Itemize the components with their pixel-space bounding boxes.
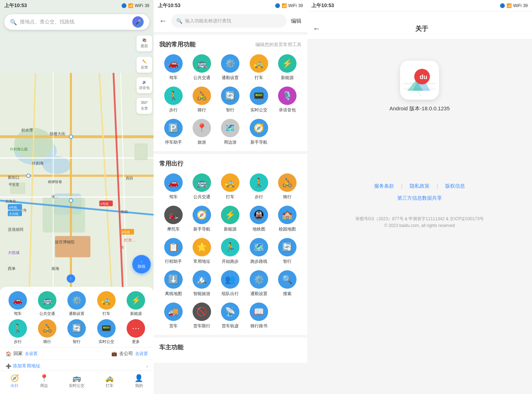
route-icon: ↑ — [140, 260, 143, 264]
realtime-bus-feature-label: 实时公交 — [250, 107, 267, 113]
ct-fav[interactable]: ⭐ 常用地址 — [188, 238, 216, 265]
feature-parking[interactable]: 🅿️ 停车助手 — [159, 119, 188, 145]
ct-bike[interactable]: 🚴 骑行 — [273, 173, 301, 200]
ct-smart[interactable]: 🔄 智行 — [273, 238, 301, 265]
feature-bike[interactable]: 🚴 骑行 — [188, 87, 216, 113]
feature-drive[interactable]: 🚗 驾车 — [159, 54, 188, 81]
search-icon-menu: 🔍 — [176, 18, 182, 24]
ct-ev[interactable]: ⚡ 新能源 — [216, 206, 244, 232]
smart-icon-circle: 🔄 — [67, 319, 86, 338]
ct-group[interactable]: 👥 组队出行 — [216, 270, 244, 297]
svg-text:东四: 东四 — [121, 210, 128, 214]
route-button[interactable]: ↑ 路线 — [132, 255, 151, 273]
svg-text:故宫博物院: 故宫博物院 — [55, 240, 74, 244]
trip-nav-label: 出行 — [11, 383, 18, 388]
common-travel-header: 常用出行 — [159, 160, 301, 168]
ct-beginner[interactable]: 🧭 新手导航 — [188, 206, 216, 232]
ct-drive[interactable]: 🚗 驾车 — [159, 173, 188, 200]
ct-truck-track[interactable]: 📡 货车轨迹 — [216, 303, 244, 329]
about-back-button[interactable]: ← — [313, 24, 321, 33]
car-owner-title: 车主功能 — [159, 343, 183, 351]
service-terms-link[interactable]: 服务条款 — [374, 183, 394, 189]
third-party-link[interactable]: 第三方信息数据共享 — [397, 195, 442, 201]
map-smart-item[interactable]: 🔄 智行 — [67, 319, 86, 344]
transit-feature-label: 公共交通 — [193, 75, 210, 81]
feature-commute[interactable]: ⚙️ 通勤设置 — [216, 54, 244, 81]
map-layers-button[interactable]: 📚 图层 — [137, 35, 152, 51]
ct-truck[interactable]: 🚚 货车 — [159, 303, 188, 329]
ct-ev-label: 新能源 — [224, 226, 237, 232]
ct-walk-icon: 🚶 — [250, 173, 268, 192]
ct-transit[interactable]: 🚌 公共交通 — [188, 173, 216, 200]
home-set-button[interactable]: 去设置 — [25, 351, 38, 357]
parking-feature-label: 停车助手 — [165, 139, 182, 145]
map-bottom-panel: 🚗 驾车 🚌 公共交通 ⚙️ 通勤设置 🚕 打车 ⚡ 新能源 � — [0, 287, 154, 394]
map-drive-item[interactable]: 🚗 驾车 — [9, 291, 27, 316]
ev-feature-icon: ⚡ — [278, 54, 297, 73]
nav-realtime-bus[interactable]: 🚌 实时公交 — [69, 374, 84, 388]
ct-walk[interactable]: 🚶 步行 — [245, 173, 273, 200]
ct-moto[interactable]: 🏍️ 摩托车 — [159, 206, 188, 232]
edit-button[interactable]: 编辑 — [291, 18, 301, 24]
feature-taxi[interactable]: 🚕 打车 — [245, 54, 273, 81]
voice-search-button[interactable]: 🎤 — [132, 16, 144, 28]
ct-runroute[interactable]: 🗺️ 跑步路线 — [245, 238, 273, 265]
ct-beginner-label: 新手导航 — [193, 226, 210, 232]
nav-taxi[interactable]: 🚕 打车 — [105, 374, 114, 388]
ct-runroute-label: 跑步路线 — [250, 259, 267, 265]
map-360-button[interactable]: 360° 全景 — [137, 98, 152, 114]
ct-offline[interactable]: ⬇️ 离线地图 — [159, 270, 188, 297]
nav-trip[interactable]: 🧭 出行 — [10, 374, 19, 388]
ct-campus[interactable]: 🏫 校园地图 — [273, 206, 301, 232]
ct-search[interactable]: 🔍 搜索 — [273, 270, 301, 297]
smart-feature-icon: 🔄 — [221, 87, 239, 105]
map-audio-button[interactable]: 🔊 语音包 — [137, 77, 152, 93]
ct-commute[interactable]: ⚙️ 通勤设置 — [245, 270, 273, 297]
feature-ev[interactable]: ⚡ 新能源 — [273, 54, 301, 81]
ct-truck-limit[interactable]: 🚫 货车限行 — [188, 303, 216, 329]
about-header: ← 关于 — [307, 11, 532, 39]
ct-ev-icon: ⚡ — [221, 206, 239, 224]
nav-mine[interactable]: 👤 我的 — [134, 374, 143, 388]
menu-back-button[interactable]: ← — [159, 16, 167, 26]
copyright-link[interactable]: 版权信息 — [445, 183, 465, 189]
beginner-nav-feature-label: 新手导航 — [250, 139, 267, 145]
feature-tourism[interactable]: 📍 旅游 — [188, 119, 216, 145]
nearby-tour-feature-icon: 🗺️ — [221, 119, 239, 137]
ct-metro[interactable]: 🚇 地铁图 — [245, 206, 273, 232]
map-walk-item[interactable]: 🚶 步行 — [9, 319, 27, 344]
feature-nearby-tour[interactable]: 🗺️ 周边游 — [216, 119, 244, 145]
ct-campus-label: 校园地图 — [279, 226, 296, 232]
menu-search-bar[interactable]: 🔍 输入功能名称进行查找 — [171, 14, 287, 28]
ct-trip[interactable]: 📋 行程助手 — [159, 238, 188, 265]
ct-taxi[interactable]: 🚕 打车 — [216, 173, 244, 200]
ct-ai-tour[interactable]: 🏔️ 智能旅游 — [188, 270, 216, 297]
nav-nearby[interactable]: 📍 周边 — [40, 374, 49, 388]
commute-icon-circle: ⚙️ — [67, 291, 86, 310]
feature-beginner-nav[interactable]: 🧭 新手导航 — [245, 119, 273, 145]
map-ev-item[interactable]: ⚡ 新能源 — [127, 291, 145, 316]
home-item[interactable]: 🏠 回家 去设置 — [6, 350, 38, 357]
drive-feature-label: 驾车 — [169, 75, 178, 81]
map-more-item[interactable]: ⋯ 更多 — [127, 319, 145, 344]
map-commute-item[interactable]: ⚙️ 通勤设置 — [67, 291, 86, 316]
work-item[interactable]: 💼 去公司 去设置 — [111, 350, 148, 357]
map-feedback-button[interactable]: ✏️ 反馈 — [137, 57, 152, 73]
ct-cycle-book[interactable]: 📖 骑行路书 — [245, 303, 273, 329]
feature-realtime-bus[interactable]: 📟 实时公交 — [245, 87, 273, 113]
privacy-policy-link[interactable]: 隐私政策 — [410, 183, 430, 189]
map-realtime-bus-item[interactable]: 📟 实时公交 — [97, 319, 116, 344]
feature-voice[interactable]: 🎙️ 录语音包 — [273, 87, 301, 113]
feature-transit[interactable]: 🚌 公共交通 — [188, 54, 216, 81]
ct-run[interactable]: 🏃 开始跑步 — [216, 238, 244, 265]
map-bike-item[interactable]: 🚴 骑行 — [38, 319, 56, 344]
feature-walk[interactable]: 🚶 步行 — [159, 87, 188, 113]
map-taxi-item[interactable]: 🚕 打车 — [97, 291, 116, 316]
work-set-button[interactable]: 去设置 — [135, 351, 148, 357]
map-transit-item[interactable]: 🚌 公共交通 — [38, 291, 56, 316]
map-search-bar[interactable]: 🔍 搜地点、查公交、找路线 🎤 — [4, 14, 149, 30]
feature-smart[interactable]: 🔄 智行 — [216, 87, 244, 113]
add-address-button[interactable]: ➕ 添加常用地址 › — [0, 360, 154, 371]
transit-feature-icon: 🚌 — [193, 54, 211, 73]
ct-group-icon: 👥 — [221, 270, 239, 289]
